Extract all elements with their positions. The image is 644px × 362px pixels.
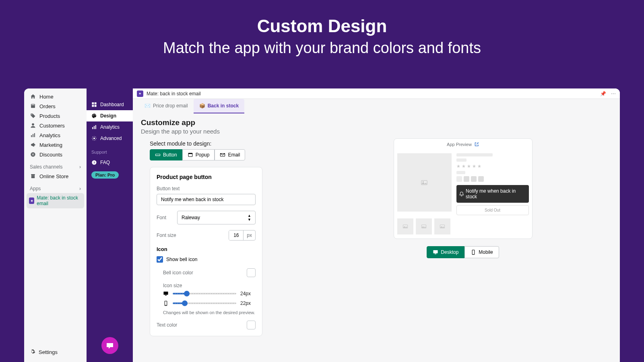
svg-text:?: ? (93, 161, 95, 165)
mail-icon: ✉️ (144, 103, 151, 109)
store-icon (30, 173, 36, 179)
tabs: ✉️Price drop email 📦Back in stock (133, 99, 620, 113)
orders-icon (30, 103, 36, 109)
module-selector: Button Popup Email (150, 149, 302, 160)
chevron-right-icon: › (79, 164, 81, 170)
svg-rect-14 (95, 105, 97, 107)
icon-section-label: Icon (157, 246, 256, 252)
appnav-dashboard[interactable]: Dashboard (87, 99, 133, 110)
font-size-label: Font size (157, 232, 176, 238)
appnav-advanced[interactable]: Advanced (87, 133, 133, 144)
nav-analytics[interactable]: Analytics (27, 130, 84, 140)
module-label: Select module to design: (150, 140, 302, 147)
preview-title: App Preview (447, 142, 472, 147)
svg-rect-11 (92, 102, 94, 104)
external-link-icon[interactable] (474, 142, 479, 147)
preview-stars: ★ ★ ★ ★ ★ (456, 164, 529, 169)
svg-rect-0 (31, 105, 35, 108)
page-subtitle: Design the app to your needs (141, 128, 302, 135)
help-icon: ? (91, 160, 97, 165)
sales-channels-header[interactable]: Sales channels› (27, 159, 84, 171)
popup-icon (188, 152, 193, 158)
mobile-icon-slider[interactable]: 22px (163, 300, 256, 306)
app-sidebar: Dashboard Design Analytics Advanced Supp… (87, 88, 133, 362)
bell-color-swatch[interactable] (247, 268, 256, 277)
nav-marketing[interactable]: Marketing (27, 140, 84, 150)
nav-products[interactable]: Products (27, 111, 84, 121)
svg-rect-18 (92, 127, 93, 129)
svg-point-2 (32, 123, 34, 125)
apps-header[interactable]: Apps› (27, 181, 84, 193)
nav-settings[interactable]: Settings (27, 346, 84, 359)
customers-icon (30, 122, 36, 129)
nav-customers[interactable]: Customers (27, 121, 84, 130)
preview-card: App Preview ★ ★ ★ ★ ★ Notify me when bac… (394, 138, 533, 239)
svg-rect-20 (95, 125, 96, 129)
hero-subtitle: Match the app with your brand colors and… (0, 39, 644, 57)
svg-rect-24 (155, 154, 160, 156)
box-icon: 📦 (199, 103, 205, 109)
bell-icon (459, 191, 464, 197)
svg-point-6 (33, 144, 35, 146)
mobile-icon (163, 300, 169, 306)
tab-back-in-stock[interactable]: 📦Back in stock (194, 99, 244, 113)
marketing-icon (30, 142, 36, 148)
svg-rect-26 (188, 153, 192, 154)
svg-rect-34 (403, 225, 407, 228)
svg-point-17 (95, 115, 96, 115)
updown-icon: ▲▼ (248, 214, 251, 222)
preview-main-image (397, 153, 452, 212)
preview-thumb (397, 218, 413, 234)
module-email[interactable]: Email (215, 149, 245, 160)
font-size-input[interactable]: px (229, 230, 256, 241)
analytics-icon (30, 132, 36, 138)
appnav-faq[interactable]: ?FAQ (87, 157, 133, 168)
discounts-icon (30, 151, 36, 158)
more-icon[interactable]: ⋯ (611, 91, 616, 97)
button-text-label: Button text (157, 186, 256, 191)
svg-rect-19 (94, 126, 95, 129)
svg-point-1 (31, 114, 32, 115)
svg-rect-39 (473, 250, 475, 254)
nav-online-store[interactable]: Online Store (27, 171, 84, 181)
nav-home[interactable]: Home (27, 92, 84, 101)
desktop-icon (163, 291, 169, 296)
page-title: Customize app (141, 118, 302, 127)
appnav-design[interactable]: Design (87, 110, 133, 121)
text-color-swatch[interactable] (247, 321, 256, 329)
svg-point-21 (93, 138, 95, 139)
device-mobile[interactable]: Mobile (464, 246, 499, 258)
preview-hint: Changes will be shown on the desired pre… (163, 310, 256, 315)
svg-rect-35 (421, 225, 426, 228)
products-icon (30, 113, 36, 119)
chat-button[interactable] (101, 337, 118, 354)
nav-discounts[interactable]: Discounts (27, 150, 84, 159)
svg-rect-13 (92, 105, 94, 107)
svg-rect-28 (163, 292, 168, 295)
palette-icon (91, 113, 97, 119)
module-button[interactable]: Button (150, 149, 182, 160)
desktop-icon-slider[interactable]: 24px (163, 291, 256, 296)
settings-card: Product page button Button text Font Ral… (150, 167, 262, 336)
nav-orders[interactable]: Orders (27, 101, 84, 111)
module-popup[interactable]: Popup (182, 149, 215, 160)
pin-icon[interactable]: 📌 (600, 91, 606, 97)
svg-point-16 (93, 114, 94, 115)
font-select[interactable]: Raleway▲▼ (177, 211, 256, 224)
support-section: Support (87, 144, 133, 157)
appnav-analytics[interactable]: Analytics (87, 121, 133, 133)
tab-price-drop[interactable]: ✉️Price drop email (139, 99, 194, 113)
svg-point-33 (423, 181, 424, 182)
dashboard-icon (91, 102, 97, 107)
show-bell-checkbox[interactable]: Show bell icon (157, 256, 256, 263)
topbar: ✦ Mate: back in stock email 📌 ⋯ (133, 88, 620, 99)
main-area: ✦ Mate: back in stock email 📌 ⋯ ✉️Price … (133, 88, 620, 362)
desktop-icon (433, 249, 438, 255)
app-window: Home Orders Products Customers Analytics… (24, 88, 620, 362)
sidebar-app-mate[interactable]: ✦Mate: back in stock email (27, 193, 84, 208)
svg-point-31 (165, 305, 166, 305)
shopify-sidebar: Home Orders Products Customers Analytics… (24, 88, 87, 362)
button-text-input[interactable] (157, 194, 256, 205)
svg-rect-10 (31, 176, 35, 178)
device-desktop[interactable]: Desktop (427, 246, 464, 258)
